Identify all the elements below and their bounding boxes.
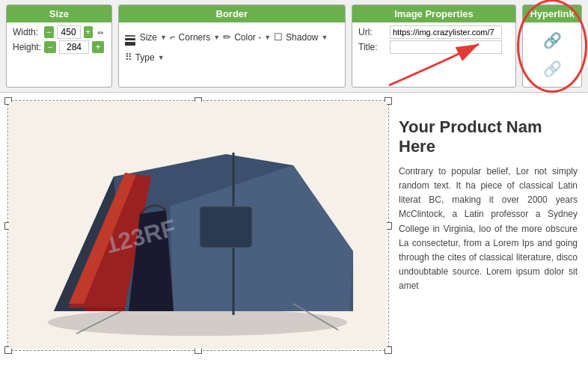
border-size-label: Size <box>140 32 157 43</box>
shadow-icon: ☐ <box>274 31 283 43</box>
canvas-area: 123RF Your Product NamHere Contrary to p… <box>0 93 588 383</box>
hyperlink-header: Hyperlink <box>523 5 581 22</box>
height-decrease-button[interactable]: − <box>44 41 56 53</box>
border-color-label: Color - <box>234 32 261 43</box>
border-panel: Border Size ▼ ⌐ Corners ▼ ✏ <box>118 4 346 88</box>
link-icon: 🔗 <box>543 31 562 49</box>
hyperlink-panel: Hyperlink 🔗 🔗 <box>522 4 582 88</box>
border-type-label: Type <box>135 52 155 63</box>
type-icon: ⠿ <box>125 52 132 63</box>
border-shadow-arrow: ▼ <box>321 34 328 41</box>
border-shadow-menu[interactable]: ☐ Shadow ▼ <box>274 28 328 46</box>
size-panel: Size Width: − 450 + ⇔ Height: − 284 + <box>6 4 112 88</box>
text-content-area: Your Product NamHere Contrary to popular… <box>393 111 584 299</box>
width-resize-icon: ⇔ <box>96 26 105 38</box>
corners-icon: ⌐ <box>170 31 176 43</box>
unlink-button[interactable]: 🔗 <box>540 57 564 81</box>
url-input[interactable] <box>390 25 502 39</box>
hyperlink-icons-container: 🔗 🔗 <box>529 25 575 84</box>
border-corners-arrow: ▼ <box>213 34 220 41</box>
height-value[interactable]: 284 <box>59 40 89 54</box>
image-props-panel: Image Properties Url: Title: <box>352 4 516 88</box>
width-increase-button[interactable]: + <box>84 26 94 38</box>
height-increase-button[interactable]: + <box>92 41 104 53</box>
product-description: Contrary to popular belief, Lor not simp… <box>399 165 578 294</box>
border-size-arrow: ▼ <box>160 34 167 41</box>
border-type-arrow: ▼ <box>158 54 165 61</box>
url-label: Url: <box>358 27 387 37</box>
border-type-menu[interactable]: ⠿ Type ▼ <box>125 52 165 63</box>
svg-point-2 <box>48 309 347 336</box>
url-row: Url: <box>358 25 509 39</box>
width-value[interactable]: 450 <box>57 25 81 39</box>
border-size-menu[interactable]: Size ▼ <box>125 28 167 46</box>
border-corners-label: Corners <box>179 32 211 43</box>
border-shadow-label: Shadow <box>286 32 318 43</box>
unlink-icon: 🔗 <box>543 60 562 78</box>
tent-svg: 123RF <box>9 102 387 349</box>
width-row: Width: − 450 + ⇔ <box>13 25 105 39</box>
title-label: Title: <box>358 42 387 52</box>
title-row: Title: <box>358 40 509 54</box>
width-decrease-button[interactable]: − <box>44 26 54 38</box>
product-title: Your Product NamHere <box>399 117 578 157</box>
image-props-header: Image Properties <box>352 5 515 22</box>
product-title-text: Your Product NamHere <box>399 117 542 156</box>
height-label: Height: <box>13 42 41 52</box>
svg-rect-7 <box>200 206 252 248</box>
color-icon: ✏ <box>223 31 231 43</box>
size-panel-header: Size <box>7 5 111 22</box>
height-row: Height: − 284 + <box>13 40 105 54</box>
title-input[interactable] <box>390 40 502 54</box>
border-panel-header: Border <box>119 5 345 22</box>
tent-image[interactable]: 123RF <box>9 102 387 349</box>
width-label: Width: <box>13 27 41 37</box>
border-color-menu[interactable]: ✏ Color - ▼ <box>223 28 271 46</box>
lines-icon <box>125 28 137 46</box>
border-color-arrow: ▼ <box>264 34 271 41</box>
link-button[interactable]: 🔗 <box>540 28 564 52</box>
toolbar: Size Width: − 450 + ⇔ Height: − 284 + Bo… <box>0 0 588 93</box>
border-corners-menu[interactable]: ⌐ Corners ▼ <box>170 28 220 46</box>
